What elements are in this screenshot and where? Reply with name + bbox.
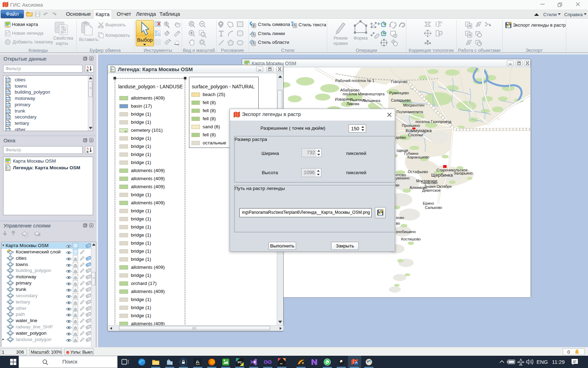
svg-text:Саларьево: Саларьево <box>391 98 411 102</box>
svg-text:B: B <box>86 150 89 154</box>
svg-text:увекино: увекино <box>396 176 410 180</box>
svg-text:B: B <box>86 69 89 72</box>
svg-text:Рабочий посёлок № 1: Рабочий посёлок № 1 <box>335 79 374 83</box>
svg-text:Ликова: Ликова <box>346 102 359 106</box>
svg-text:арёво: арёво <box>396 135 406 139</box>
svg-text:Каракашево: Каракашево <box>407 155 429 159</box>
svg-text:посёлок Минвнешторга: посёлок Минвнешторга <box>343 92 385 96</box>
svg-text:Ерино: Ерино <box>423 201 434 205</box>
svg-text:Захарьино: Захарьино <box>454 171 472 175</box>
svg-text:Девятское: Девятское <box>422 188 441 192</box>
svg-text:PC: PC <box>238 361 242 364</box>
svg-text:Прокшино: Прокшино <box>402 123 420 128</box>
svg-text:поселок Газопровод: поселок Газопровод <box>415 120 451 124</box>
svg-text:Лапшинка: Лапшинка <box>362 98 380 103</box>
svg-text:Полиомиелита: Полиомиелита <box>397 110 423 114</box>
svg-text:знобишино: знобишино <box>396 230 416 234</box>
svg-text:Изварино: Изварино <box>335 97 352 101</box>
svg-text:во: во <box>396 221 400 225</box>
svg-text:Коммунарка: Коммунарка <box>406 128 432 133</box>
svg-text:Сосенки: Сосенки <box>408 133 423 137</box>
svg-text:Щербинка: Щербинка <box>431 172 453 178</box>
svg-text:Костишово: Костишово <box>401 237 421 241</box>
svg-text:ки: ки <box>396 183 399 187</box>
svg-text:Говорово: Говорово <box>391 80 407 84</box>
svg-text:Румянцево: Румянцево <box>389 91 409 95</box>
svg-text:Остафьево: Остафьево <box>408 170 428 174</box>
svg-text:Сальково: Сальково <box>425 205 442 210</box>
svg-text:пово: пово <box>396 216 404 220</box>
svg-text:Мосрентген: Мосрентген <box>403 103 424 107</box>
